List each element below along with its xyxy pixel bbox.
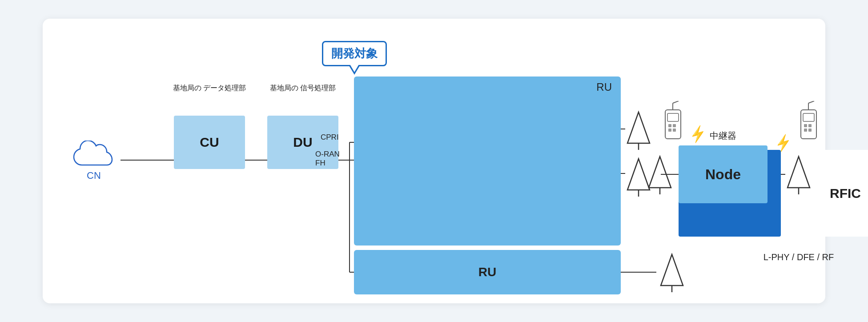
node-box: Node xyxy=(679,145,768,203)
lphy-label: L-PHY / DFE / RF xyxy=(665,252,868,262)
antenna-ru-top xyxy=(625,110,652,150)
antenna-node-left xyxy=(647,154,673,194)
svg-rect-23 xyxy=(668,129,671,132)
svg-rect-32 xyxy=(808,129,812,132)
du-description: 基地局の 信号処理部 xyxy=(254,83,352,93)
ru-small-box: RU xyxy=(354,250,621,294)
diagram-card: CN 基地局の データ処理部 基地局の 信号処理部 CU DU 開発対象 RU … xyxy=(43,19,825,303)
svg-rect-28 xyxy=(803,113,814,121)
development-target-bubble: 開発対象 xyxy=(322,41,387,66)
antenna-ru-small xyxy=(659,252,685,292)
svg-line-27 xyxy=(808,101,814,103)
network-diagram: CN 基地局の データ処理部 基地局の 信号処理部 CU DU 開発対象 RU … xyxy=(43,19,825,303)
relay-label: 中継器 xyxy=(679,130,768,142)
ru-large-label: RU xyxy=(596,81,612,93)
svg-rect-24 xyxy=(673,129,676,132)
lightning-right: ⚡ xyxy=(772,132,794,153)
radio-device-left xyxy=(659,101,687,149)
svg-marker-15 xyxy=(661,254,683,286)
svg-rect-22 xyxy=(673,124,676,127)
svg-marker-33 xyxy=(649,157,671,188)
cn-cloud: CN xyxy=(69,141,118,181)
cpri-label: CPRI xyxy=(321,133,339,142)
antenna-node-right xyxy=(785,154,812,194)
radio-device-right xyxy=(794,101,823,149)
svg-rect-21 xyxy=(668,124,671,127)
cu-description: 基地局の データ処理部 xyxy=(163,83,256,93)
cloud-icon xyxy=(69,141,118,172)
svg-line-19 xyxy=(673,101,679,103)
svg-rect-20 xyxy=(667,113,679,121)
ru-large-box: RU Soc RFIC L-PHY / DFE / RF xyxy=(354,76,621,246)
svg-rect-30 xyxy=(808,124,812,127)
cu-box: CU xyxy=(174,116,245,169)
svg-marker-11 xyxy=(627,112,650,143)
svg-rect-29 xyxy=(804,124,807,127)
svg-rect-31 xyxy=(804,129,807,132)
oran-fh-label: O-RANFH xyxy=(315,150,340,168)
svg-marker-35 xyxy=(788,157,810,188)
